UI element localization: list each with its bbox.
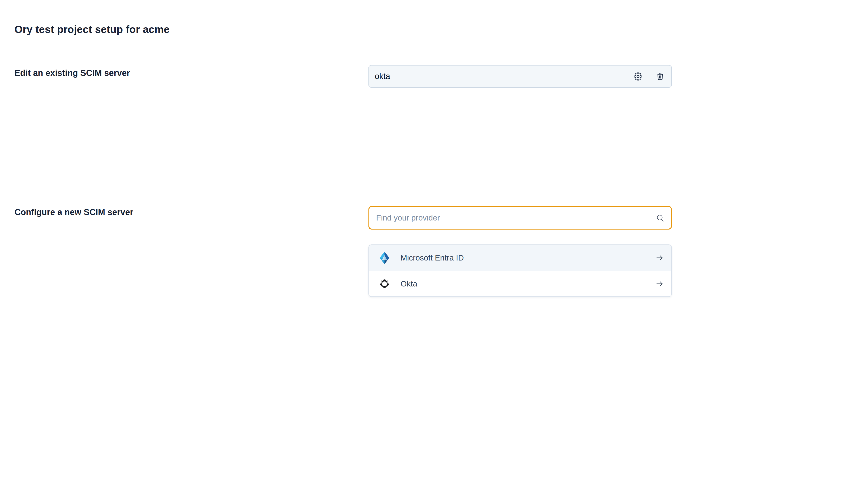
arrow-right-icon: [655, 253, 664, 262]
provider-row-microsoft-entra-id[interactable]: Microsoft Entra ID: [369, 245, 671, 271]
scim-server-name: okta: [375, 72, 390, 81]
provider-list: Microsoft Entra ID Okta: [368, 245, 672, 297]
microsoft-entra-id-logo-icon: [379, 251, 390, 264]
provider-label: Microsoft Entra ID: [401, 253, 464, 262]
find-provider-input[interactable]: [368, 206, 672, 230]
page-title: Ory test project setup for acme: [14, 23, 169, 35]
arrow-right-icon: [655, 279, 664, 288]
delete-button[interactable]: [655, 72, 664, 81]
configure-scim-server-heading: Configure a new SCIM server: [14, 207, 133, 217]
existing-scim-server-row[interactable]: okta: [368, 65, 672, 88]
provider-row-okta[interactable]: Okta: [369, 271, 671, 296]
server-row-actions: [633, 72, 664, 81]
settings-button[interactable]: [633, 72, 643, 81]
edit-scim-server-heading: Edit an existing SCIM server: [14, 68, 130, 78]
trash-icon: [656, 72, 664, 80]
gear-icon: [634, 72, 642, 80]
provider-label: Okta: [401, 279, 417, 288]
okta-logo-icon: [379, 277, 390, 290]
